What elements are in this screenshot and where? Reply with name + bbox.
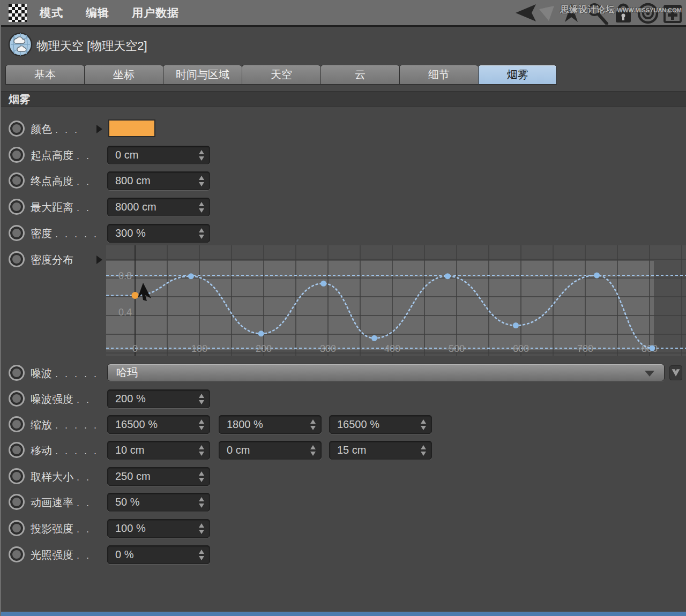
chevron-down-icon: [645, 371, 654, 377]
expand-triangle-icon[interactable]: [96, 256, 102, 264]
param-label: 投影强度: [31, 523, 73, 535]
scale-y-input[interactable]: 1800 %: [219, 415, 322, 434]
param-label: 光照强度: [31, 549, 73, 561]
keyframe-dot-shadow-strength[interactable]: [9, 520, 25, 536]
dotted-leader: . .: [77, 472, 91, 483]
keyframe-dot-animation-speed[interactable]: [9, 494, 25, 510]
move-x-input[interactable]: 10 cm: [107, 441, 210, 460]
noise-strength-input[interactable]: 200 %: [107, 389, 210, 408]
noise-options-button[interactable]: [669, 365, 682, 380]
tab-1[interactable]: 坐标: [84, 65, 163, 85]
section-title: 烟雾: [9, 92, 30, 107]
x-tick-label: 500: [449, 343, 465, 354]
tab-6[interactable]: 烟雾: [478, 65, 557, 85]
keyframe-dot-noise-strength[interactable]: [9, 390, 25, 407]
keyframe-dot-scale[interactable]: [9, 416, 25, 432]
end-height-input[interactable]: 800 cm: [107, 171, 210, 190]
lock-icon[interactable]: [613, 2, 633, 25]
stepper[interactable]: [198, 444, 205, 457]
stepper[interactable]: [198, 470, 205, 484]
menu-item-2[interactable]: 用户数据: [132, 5, 179, 20]
target-icon[interactable]: [637, 2, 659, 25]
cursor-arrow-icon[interactable]: [561, 3, 582, 24]
keyframe-dot-max-distance[interactable]: [9, 199, 25, 215]
param-label: 密度: [31, 228, 52, 239]
bottom-accent-bar: [1, 612, 686, 616]
keyframe-dot-color[interactable]: [9, 121, 25, 137]
scale-z-input[interactable]: 16500 %: [329, 415, 432, 434]
spline-point[interactable]: [649, 345, 655, 351]
shadow-strength-input[interactable]: 100 %: [107, 519, 210, 538]
stepper[interactable]: [420, 444, 427, 457]
animation-speed-input[interactable]: 50 %: [107, 493, 210, 512]
y-tick-label: 0.8: [118, 271, 132, 281]
param-label: 噪波: [31, 367, 52, 379]
stepper[interactable]: [198, 200, 205, 214]
param-label: 缩放: [31, 419, 52, 431]
spline-point[interactable]: [320, 281, 326, 287]
field-value: 50 %: [115, 496, 140, 508]
back-arrow-icon[interactable]: [511, 3, 557, 24]
add-box-icon[interactable]: [662, 3, 683, 24]
keyframe-dot-density-distribution[interactable]: [9, 251, 25, 267]
tab-0[interactable]: 基本: [5, 65, 84, 85]
section-header-fog[interactable]: 烟雾: [1, 91, 686, 107]
spline-point[interactable]: [513, 322, 519, 328]
keyframe-dot-move[interactable]: [9, 442, 25, 458]
menu-items: 模式编辑用户数据: [40, 5, 179, 20]
stepper[interactable]: [198, 418, 205, 432]
stepper[interactable]: [198, 522, 205, 536]
move-y-input[interactable]: 0 cm: [219, 441, 322, 460]
stepper[interactable]: [198, 548, 205, 562]
stepper[interactable]: [198, 148, 205, 162]
keyframe-dot-density[interactable]: [9, 225, 25, 241]
move-z-input[interactable]: 15 cm: [329, 441, 432, 460]
fog-color-swatch[interactable]: [108, 119, 155, 137]
menu-item-0[interactable]: 模式: [40, 5, 63, 20]
magnifier-icon[interactable]: [585, 2, 610, 25]
dotted-leader: . .: [77, 176, 91, 187]
field-value: 8000 cm: [115, 201, 156, 213]
stepper[interactable]: [198, 174, 205, 188]
menu-item-1[interactable]: 编辑: [86, 5, 109, 20]
keyframe-dot-end-height[interactable]: [9, 172, 25, 189]
tab-5[interactable]: 细节: [399, 65, 478, 85]
keyframe-dot-sample-size[interactable]: [9, 468, 25, 484]
spline-point[interactable]: [594, 273, 600, 279]
param-label: 终点高度: [31, 175, 73, 187]
spline-point[interactable]: [371, 335, 377, 341]
field-value: 300 %: [115, 227, 146, 239]
field-value: 0 %: [115, 549, 133, 561]
spline-point[interactable]: [188, 273, 194, 279]
expand-triangle-icon[interactable]: [96, 125, 102, 133]
keyframe-dot-illumination-strength[interactable]: [9, 546, 25, 562]
density-input[interactable]: 300 %: [107, 224, 210, 243]
stepper[interactable]: [198, 227, 205, 241]
stepper[interactable]: [309, 418, 317, 432]
x-tick-label: 100: [191, 343, 207, 354]
tab-2[interactable]: 时间与区域: [163, 65, 242, 85]
keyframe-dot-start-height[interactable]: [9, 147, 25, 163]
keyframe-dot-noise[interactable]: [9, 365, 25, 381]
stepper[interactable]: [420, 418, 427, 432]
param-label: 颜色: [31, 123, 52, 135]
stepper[interactable]: [309, 444, 317, 457]
field-value: 16500 %: [337, 418, 379, 431]
dotted-leader: . .: [77, 550, 91, 561]
stepper[interactable]: [198, 392, 205, 406]
spline-point[interactable]: [445, 273, 451, 279]
density-distribution-spline-editor[interactable]: 0.80.40100200300400500600700800: [106, 245, 686, 356]
illumination-strength-input[interactable]: 0 %: [107, 545, 210, 564]
selected-spline-point[interactable]: [132, 292, 139, 299]
max-distance-input[interactable]: 8000 cm: [107, 198, 210, 216]
noise-type-dropdown[interactable]: 哈玛: [107, 364, 665, 381]
spline-point[interactable]: [258, 330, 264, 336]
sample-size-input[interactable]: 250 cm: [107, 467, 210, 486]
dotted-leader: . .: [77, 151, 91, 161]
tab-4[interactable]: 云: [320, 65, 399, 85]
checker-texture-icon[interactable]: [9, 4, 27, 22]
tab-3[interactable]: 天空: [242, 65, 320, 85]
stepper[interactable]: [198, 495, 205, 509]
start-height-input[interactable]: 0 cm: [107, 146, 210, 164]
scale-x-input[interactable]: 16500 %: [107, 415, 210, 434]
